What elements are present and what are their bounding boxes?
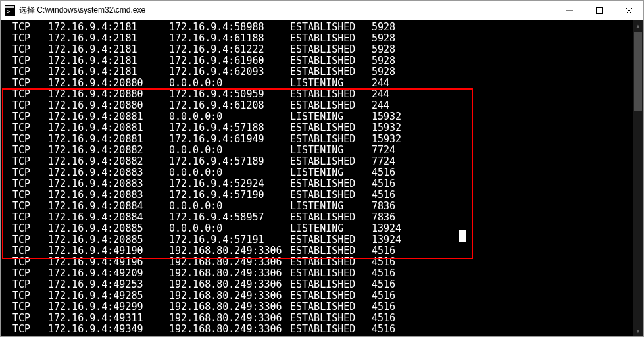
col-state: LISTENING xyxy=(290,145,372,156)
col-pid: 5928 xyxy=(372,44,395,55)
col-pid: 4516 xyxy=(372,324,395,335)
netstat-row: TCP172.16.9.4:208840.0.0.0:0LISTENING783… xyxy=(1,201,643,212)
col-pid: 4516 xyxy=(372,301,395,313)
col-remote-address: 172.16.9.4:57191 xyxy=(169,234,290,246)
col-pid: 244 xyxy=(372,78,389,89)
col-local-address: 172.16.9.4:2181 xyxy=(48,33,169,44)
netstat-row: TCP172.16.9.4:20883172.16.9.4:52924ESTAB… xyxy=(1,178,643,190)
col-remote-address: 172.16.9.4:61208 xyxy=(169,100,290,111)
col-local-address: 172.16.9.4:20883 xyxy=(48,190,169,201)
netstat-row: TCP172.16.9.4:2181172.16.9.4:61960ESTABL… xyxy=(1,55,643,66)
netstat-row: TCP172.16.9.4:49299192.168.80.249:3306ES… xyxy=(1,301,643,313)
col-local-address: 172.16.9.4:49190 xyxy=(48,246,169,257)
netstat-row: TCP172.16.9.4:49209192.168.80.249:3306ES… xyxy=(1,268,643,279)
col-proto: TCP xyxy=(12,78,48,89)
col-pid: 13924 xyxy=(372,234,401,246)
col-state: LISTENING xyxy=(290,201,372,212)
netstat-row: TCP172.16.9.4:20885172.16.9.4:57191ESTAB… xyxy=(1,234,643,246)
col-state: ESTABLISHED xyxy=(290,33,372,44)
col-pid: 5928 xyxy=(372,33,395,44)
col-state: ESTABLISHED xyxy=(290,66,372,78)
col-local-address: 172.16.9.4:20882 xyxy=(48,156,169,167)
col-local-address: 172.16.9.4:49209 xyxy=(48,268,169,279)
col-local-address: 172.16.9.4:49253 xyxy=(48,279,169,290)
col-pid: 15932 xyxy=(372,134,401,145)
col-local-address: 172.16.9.4:20880 xyxy=(48,100,169,111)
vertical-scrollbar[interactable]: ▲ ▼ xyxy=(633,20,643,336)
col-state: ESTABLISHED xyxy=(290,257,372,268)
minimize-button[interactable] xyxy=(555,1,584,20)
col-state: ESTABLISHED xyxy=(290,100,372,111)
col-proto: TCP xyxy=(12,89,48,100)
col-proto: TCP xyxy=(12,290,48,301)
col-remote-address: 192.168.80.249:3306 xyxy=(169,290,290,301)
col-local-address: 172.16.9.4:2181 xyxy=(48,55,169,66)
col-local-address: 172.16.9.4:2181 xyxy=(48,66,169,78)
col-local-address: 172.16.9.4:20880 xyxy=(48,78,169,89)
col-proto: TCP xyxy=(12,223,48,234)
svg-rect-4 xyxy=(596,7,602,13)
col-pid: 4516 xyxy=(372,257,395,268)
col-local-address: 172.16.9.4:20881 xyxy=(48,122,169,134)
col-pid: 5928 xyxy=(372,22,395,33)
col-local-address: 172.16.9.4:2181 xyxy=(48,22,169,33)
col-local-address: 172.16.9.4:20885 xyxy=(48,234,169,246)
col-remote-address: 172.16.9.4:57189 xyxy=(169,156,290,167)
col-remote-address: 0.0.0.0:0 xyxy=(169,201,290,212)
col-pid: 4516 xyxy=(372,279,395,290)
col-pid: 244 xyxy=(372,100,389,111)
col-remote-address: 0.0.0.0:0 xyxy=(169,145,290,156)
col-pid: 244 xyxy=(372,89,389,100)
scrollbar-arrow-up-icon[interactable]: ▲ xyxy=(633,20,643,31)
col-remote-address: 192.168.80.249:3306 xyxy=(169,268,290,279)
col-remote-address: 192.168.80.249:3306 xyxy=(169,279,290,290)
col-proto: TCP xyxy=(12,167,48,178)
cmd-icon: >_ xyxy=(5,5,15,16)
netstat-row: TCP172.16.9.4:2181172.16.9.4:61188ESTABL… xyxy=(1,33,643,44)
col-pid: 4516 xyxy=(372,313,395,324)
netstat-row: TCP172.16.9.4:208820.0.0.0:0LISTENING772… xyxy=(1,145,643,156)
console-area[interactable]: TCP172.16.9.4:2181172.16.9.4:58988ESTABL… xyxy=(1,20,643,336)
maximize-button[interactable] xyxy=(584,1,614,20)
netstat-row: TCP172.16.9.4:20884172.16.9.4:58957ESTAB… xyxy=(1,212,643,223)
col-proto: TCP xyxy=(12,257,48,268)
text-cursor xyxy=(459,230,466,242)
col-state: LISTENING xyxy=(290,111,372,122)
col-proto: TCP xyxy=(12,122,48,134)
col-local-address: 172.16.9.4:20884 xyxy=(48,201,169,212)
close-button[interactable] xyxy=(614,1,643,20)
col-remote-address: 192.168.80.249:3306 xyxy=(169,257,290,268)
col-local-address: 172.16.9.4:20883 xyxy=(48,167,169,178)
netstat-row: TCP172.16.9.4:49285192.168.80.249:3306ES… xyxy=(1,290,643,301)
col-state: ESTABLISHED xyxy=(290,44,372,55)
col-pid: 4516 xyxy=(372,178,395,190)
scrollbar-arrow-down-icon[interactable]: ▼ xyxy=(633,326,643,336)
col-proto: TCP xyxy=(12,111,48,122)
col-remote-address: 172.16.9.4:58957 xyxy=(169,212,290,223)
netstat-row: TCP172.16.9.4:208810.0.0.0:0LISTENING159… xyxy=(1,111,643,122)
col-remote-address: 172.16.9.4:61222 xyxy=(169,44,290,55)
netstat-row: TCP172.16.9.4:20881172.16.9.4:57188ESTAB… xyxy=(1,122,643,134)
col-proto: TCP xyxy=(12,279,48,290)
col-state: ESTABLISHED xyxy=(290,156,372,167)
col-remote-address: 172.16.9.4:50959 xyxy=(169,89,290,100)
col-local-address: 172.16.9.4:20881 xyxy=(48,111,169,122)
col-local-address: 172.16.9.4:20881 xyxy=(48,134,169,145)
netstat-row: TCP172.16.9.4:49349192.168.80.249:3306ES… xyxy=(1,324,643,335)
netstat-row: TCP172.16.9.4:49311192.168.80.249:3306ES… xyxy=(1,313,643,324)
netstat-row: TCP172.16.9.4:208830.0.0.0:0LISTENING451… xyxy=(1,167,643,178)
col-pid: 4516 xyxy=(372,167,395,178)
col-pid: 5928 xyxy=(372,55,395,66)
col-proto: TCP xyxy=(12,145,48,156)
col-state: LISTENING xyxy=(290,223,372,234)
netstat-row: TCP172.16.9.4:49253192.168.80.249:3306ES… xyxy=(1,279,643,290)
col-proto: TCP xyxy=(12,246,48,257)
window-title: 选择 C:\windows\system32\cmd.exe xyxy=(19,5,555,16)
col-remote-address: 0.0.0.0:0 xyxy=(169,167,290,178)
col-pid: 4516 xyxy=(372,246,395,257)
scrollbar-thumb[interactable] xyxy=(634,32,642,111)
col-proto: TCP xyxy=(12,134,48,145)
netstat-row: TCP172.16.9.4:208850.0.0.0:0LISTENING139… xyxy=(1,223,643,234)
col-state: ESTABLISHED xyxy=(290,279,372,290)
col-pid: 15932 xyxy=(372,111,401,122)
